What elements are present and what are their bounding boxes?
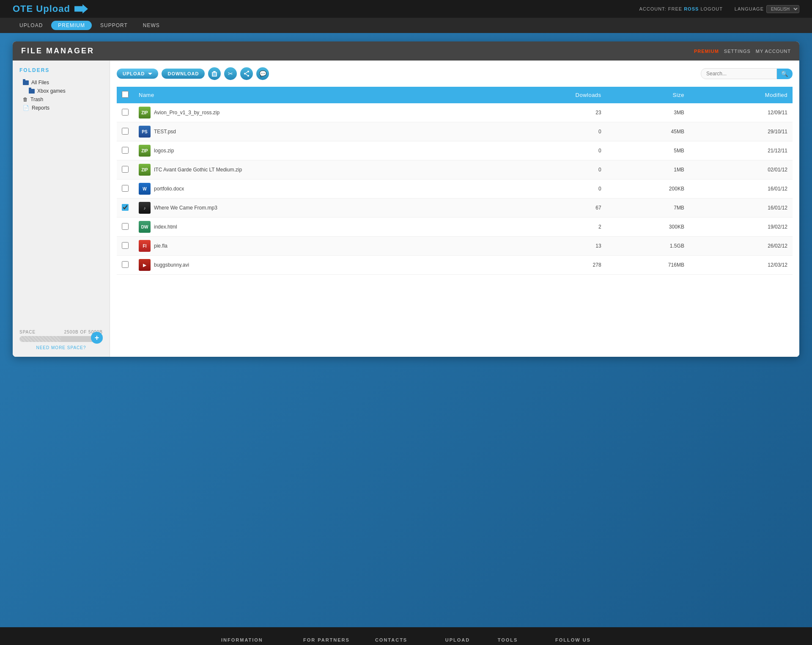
footer: INFORMATIONHELPTERMS AND CONDITIONSPRIVA… — [0, 627, 812, 645]
language-selector: LANGUAGE ENGLISH — [735, 5, 799, 13]
nav-premium[interactable]: PREMIUM — [51, 21, 92, 30]
logo-part1: OTE — [13, 3, 33, 14]
sidebar-item-reports[interactable]: 📄 Reports — [19, 104, 103, 112]
row-size-6: 300KB — [606, 218, 689, 237]
row-checkbox-3[interactable] — [122, 166, 129, 173]
sidebar-item-trash[interactable]: 🗑 Trash — [19, 95, 103, 104]
trash-icon: 🗑 — [23, 96, 28, 102]
folder-label-reports: Reports — [32, 105, 49, 111]
top-bar: OTE Upload ACCOUNT: FREE ROSS LOGOUT LAN… — [0, 0, 812, 18]
table-row: ZIP logos.zip 0 5MB 21/12/11 — [117, 141, 793, 160]
table-header: Name Dowloads Size Modified — [117, 87, 793, 103]
comment-button[interactable]: 💬 — [256, 67, 269, 80]
file-row-name-8: ▶ buggsbunny.avi — [139, 259, 487, 271]
row-modified-6: 19/02/12 — [689, 218, 793, 237]
row-checkbox-1[interactable] — [122, 128, 129, 135]
row-checkbox-6[interactable] — [122, 223, 129, 230]
row-size-4: 200KB — [606, 179, 689, 198]
footer-columns: INFORMATIONHELPTERMS AND CONDITIONSPRIVA… — [13, 637, 799, 645]
filename-0[interactable]: Avion_Pro_v1_3_by_ross.zip — [154, 110, 219, 116]
filename-2[interactable]: logos.zip — [154, 148, 174, 154]
share-button[interactable] — [240, 67, 253, 80]
row-name-7: Fl pie.fla — [134, 237, 492, 256]
sidebar-item-xbox-games[interactable]: Xbox games — [19, 87, 103, 95]
filename-1[interactable]: TEST.psd — [154, 129, 176, 135]
file-icon-3: ZIP — [139, 164, 151, 176]
content-area: UPLOAD DOWNLOAD ✂ 💬 🔍 — [110, 61, 799, 357]
row-downloads-0: 23 — [492, 103, 606, 122]
row-size-0: 3MB — [606, 103, 689, 122]
row-name-4: W portfolio.docx — [134, 179, 492, 198]
row-checkbox-4[interactable] — [122, 185, 129, 192]
username: ROSS — [684, 6, 699, 11]
file-icon-5: ♪ — [139, 202, 151, 214]
row-size-8: 716MB — [606, 256, 689, 275]
table-row: DW index.html 2 300KB 19/02/12 — [117, 218, 793, 237]
search-input[interactable] — [701, 68, 777, 79]
delete-button[interactable] — [208, 67, 221, 80]
file-table-body: ZIP Avion_Pro_v1_3_by_ross.zip 23 3MB 12… — [117, 103, 793, 275]
row-checkbox-8[interactable] — [122, 261, 129, 268]
file-icon-8: ▶ — [139, 259, 151, 271]
nav-news[interactable]: NEWS — [136, 19, 167, 32]
filename-6[interactable]: index.html — [154, 224, 177, 230]
account-type: FREE — [668, 6, 682, 11]
table-row: ZIP Avion_Pro_v1_3_by_ross.zip 23 3MB 12… — [117, 103, 793, 122]
upload-button[interactable]: UPLOAD — [117, 69, 158, 79]
filename-7[interactable]: pie.fla — [154, 243, 167, 249]
space-bar-wrapper: + — [19, 336, 103, 342]
row-checkbox-0[interactable] — [122, 109, 129, 116]
download-button[interactable]: DOWNLOAD — [162, 69, 205, 79]
add-folder-button[interactable]: + — [91, 332, 103, 344]
file-table: Name Dowloads Size Modified ZIP Avion_Pr… — [117, 87, 793, 275]
row-checkbox-2[interactable] — [122, 147, 129, 154]
nav-upload[interactable]: UPLOAD — [13, 19, 49, 32]
row-checkbox-cell-2 — [117, 141, 134, 160]
svg-point-7 — [247, 75, 249, 77]
row-size-1: 45MB — [606, 122, 689, 141]
settings-link[interactable]: SETTINGS — [724, 49, 751, 54]
fm-header-actions: PREMIUM SETTINGS MY ACCOUNT — [694, 49, 791, 54]
filename-4[interactable]: portfolio.docx — [154, 186, 184, 192]
logout-link[interactable]: LOGOUT — [700, 6, 722, 11]
sidebar-item-all-files[interactable]: All Files — [19, 78, 103, 87]
row-name-3: ZIP ITC Avant Garde Gothic LT Medium.zip — [134, 160, 492, 179]
file-row-name-4: W portfolio.docx — [139, 183, 487, 195]
scissors-button[interactable]: ✂ — [224, 67, 237, 80]
nav-support[interactable]: SUPPORT — [93, 19, 134, 32]
footer-col: CONTACTSCONTACT SUPPORTREPORT ABUSEDMCA — [375, 637, 420, 645]
row-checkbox-cell-7 — [117, 237, 134, 256]
col-downloads: Dowloads — [492, 87, 606, 103]
select-all-checkbox[interactable] — [122, 91, 129, 98]
file-row-name-2: ZIP logos.zip — [139, 145, 487, 157]
myaccount-link[interactable]: MY ACCOUNT — [756, 49, 791, 54]
footer-col-title: UPLOAD — [445, 637, 472, 642]
main-wrapper: FILE MANAGER PREMIUM SETTINGS MY ACCOUNT… — [0, 33, 812, 627]
search-button[interactable]: 🔍 — [777, 69, 793, 79]
header-checkbox-cell — [117, 87, 134, 103]
file-row-name-3: ZIP ITC Avant Garde Gothic LT Medium.zip — [139, 164, 487, 176]
table-row: Fl pie.fla 13 1.5GB 26/02/12 — [117, 237, 793, 256]
row-checkbox-7[interactable] — [122, 242, 129, 249]
filename-3[interactable]: ITC Avant Garde Gothic LT Medium.zip — [154, 167, 242, 173]
col-name: Name — [134, 87, 492, 103]
filename-8[interactable]: buggsbunny.avi — [154, 262, 189, 268]
filename-5[interactable]: Where We Came From.mp3 — [154, 205, 217, 211]
row-size-7: 1.5GB — [606, 237, 689, 256]
sidebar-title: FOLDERS — [19, 67, 103, 73]
logo: OTE Upload — [13, 3, 88, 14]
language-dropdown[interactable]: ENGLISH — [766, 5, 799, 13]
footer-col: FOLLOW US f t r — [555, 637, 591, 645]
footer-col: INFORMATIONHELPTERMS AND CONDITIONSPRIVA… — [221, 637, 278, 645]
space-text: SPACE — [19, 330, 36, 334]
need-more-space-link[interactable]: NEED MORE SPACE? — [19, 345, 103, 350]
logo-part2: Upload — [36, 3, 70, 14]
row-name-8: ▶ buggsbunny.avi — [134, 256, 492, 275]
file-icon-6: DW — [139, 221, 151, 233]
row-modified-0: 12/09/11 — [689, 103, 793, 122]
file-icon-1: PS — [139, 126, 151, 138]
table-row: PS TEST.psd 0 45MB 29/10/11 — [117, 122, 793, 141]
row-size-3: 1MB — [606, 160, 689, 179]
row-checkbox-5[interactable] — [122, 204, 129, 211]
row-modified-8: 12/03/12 — [689, 256, 793, 275]
